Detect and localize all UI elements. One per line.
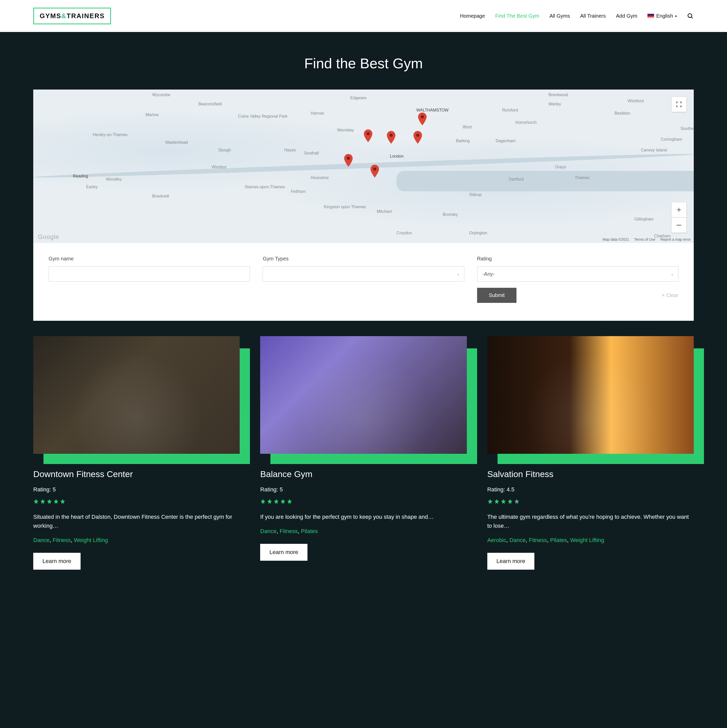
map-pin-icon[interactable] (418, 113, 427, 125)
report-link[interactable]: Report a map error (661, 237, 691, 242)
gym-tag[interactable]: Dance (260, 528, 277, 534)
language-selector[interactable]: English ▾ (647, 13, 677, 19)
map-place-label: Windsor (211, 165, 227, 169)
gym-card: Downtown Fitness Center Rating: 5 Situat… (33, 336, 240, 570)
nav-all-trainers[interactable]: All Trainers (580, 13, 606, 19)
map-place-label: Henley-on-Thames (93, 133, 127, 137)
submit-button[interactable]: Submit (477, 288, 516, 303)
svg-point-6 (347, 156, 350, 160)
learn-more-button[interactable]: Learn more (487, 553, 535, 570)
nav-find-best-gym[interactable]: Find The Best Gym (495, 13, 539, 19)
map-place-label: Southall (304, 151, 319, 156)
map-pin-icon[interactable] (387, 131, 396, 144)
terms-link[interactable]: Terms of Use (634, 237, 655, 242)
gym-tag[interactable]: Fitness (280, 528, 298, 534)
map-pin-icon[interactable] (413, 131, 422, 144)
logo[interactable]: GYMS&TRAINERS (33, 8, 111, 24)
map-place-label: Croydon (396, 231, 412, 236)
gym-tag[interactable]: Dance (33, 537, 50, 543)
map-place-label: Dagenham (496, 139, 516, 143)
logo-text-a: GYMS (40, 12, 61, 20)
gym-title[interactable]: Salvation Fitness (487, 469, 694, 479)
map[interactable]: EdgwareBrentwoodWickfordWarleyBeaconsfie… (33, 90, 694, 243)
map-place-label: Wembley (337, 128, 354, 133)
svg-point-0 (688, 14, 692, 17)
gym-title[interactable]: Downtown Fitness Center (33, 469, 240, 479)
map-pin-icon[interactable] (344, 154, 353, 167)
star-icon (494, 499, 500, 504)
map-place-label: Wickford (628, 99, 644, 103)
map-pin-icon[interactable] (370, 165, 380, 177)
gym-image[interactable] (33, 336, 240, 454)
gym-description: Situated in the heart of Dalston, Downto… (33, 512, 240, 530)
zoom-in-button[interactable]: + (671, 202, 687, 217)
gym-cards: Downtown Fitness Center Rating: 5 Situat… (0, 321, 727, 590)
clear-button[interactable]: × Clear (662, 292, 678, 298)
google-logo: Google (38, 233, 59, 240)
star-rating (487, 499, 694, 504)
gym-tag[interactable]: Dance (509, 537, 526, 543)
svg-point-3 (367, 132, 370, 135)
gym-description: The ultimate gym regardless of what you'… (487, 512, 694, 530)
star-icon (500, 499, 506, 504)
gym-name-input[interactable] (49, 266, 250, 281)
nav-all-gyms[interactable]: All Gyms (549, 13, 570, 19)
map-place-label: Thames (575, 176, 590, 180)
zoom-out-button[interactable]: − (671, 217, 687, 233)
star-half-icon (514, 499, 520, 504)
map-place-label: London (390, 154, 403, 159)
search-icon[interactable] (687, 13, 694, 20)
map-place-label: Kingston upon Thames (324, 205, 366, 209)
map-place-label: Ilford (462, 125, 472, 129)
gym-tag[interactable]: Weight Lifting (570, 537, 604, 543)
gym-description: If you are looking for the perfect gym t… (260, 512, 467, 521)
map-place-label: Earley (86, 185, 98, 189)
map-place-label: Hornchurch (516, 120, 537, 125)
map-place-label: Hayes (284, 148, 296, 153)
map-place-label: Reading (73, 174, 88, 179)
map-place-label: Dartford (509, 177, 523, 182)
rating-label: Rating (477, 256, 678, 262)
gym-title[interactable]: Balance Gym (260, 469, 467, 479)
map-place-label: Sidcup (469, 192, 482, 197)
rating-text: Rating: 5 (260, 486, 467, 493)
map-place-label: Marlow (145, 113, 159, 117)
map-place-label: Grays (555, 165, 566, 169)
gym-tag[interactable]: Pilates (301, 528, 318, 534)
gym-tag[interactable]: Pilates (550, 537, 567, 543)
rating-text: Rating: 4.5 (487, 486, 694, 493)
gym-tag[interactable]: Fitness (53, 537, 71, 543)
svg-point-2 (421, 115, 424, 118)
logo-text-b: TRAINERS (66, 12, 105, 20)
map-place-label: Beaconsfield (199, 102, 222, 106)
gym-tag[interactable]: Aerobic (487, 537, 507, 543)
rating-select[interactable]: -Any- (477, 266, 678, 281)
gym-tag[interactable]: Fitness (529, 537, 547, 543)
uk-flag-icon (647, 14, 654, 18)
map-data-text: Map data ©2021 (603, 237, 629, 242)
gym-types-label: Gym Types (263, 256, 464, 262)
gym-image[interactable] (260, 336, 467, 454)
map-place-label: Staines-upon-Thames (245, 185, 285, 189)
learn-more-button[interactable]: Learn more (33, 553, 81, 570)
map-place-label: Orpington (469, 231, 487, 236)
nav-homepage[interactable]: Homepage (460, 13, 485, 19)
chevron-down-icon: ▾ (675, 14, 677, 18)
learn-more-button[interactable]: Learn more (260, 544, 308, 561)
svg-point-7 (373, 167, 377, 171)
star-icon (287, 499, 292, 504)
nav-add-gym[interactable]: Add Gym (616, 13, 637, 19)
fullscreen-button[interactable] (671, 97, 687, 112)
gym-tag[interactable]: Weight Lifting (74, 537, 108, 543)
map-place-label: Bracknell (152, 194, 169, 199)
gym-name-label: Gym name (49, 256, 250, 262)
map-place-label: WALTHAMSTOW (416, 108, 449, 113)
gym-card: Balance Gym Rating: 5 If you are looking… (260, 336, 467, 570)
star-icon (40, 499, 46, 504)
map-pin-icon[interactable] (363, 129, 373, 142)
star-icon (47, 499, 52, 504)
gym-types-select[interactable] (263, 266, 464, 281)
gym-image[interactable] (487, 336, 694, 454)
rating-text: Rating: 5 (33, 486, 240, 493)
map-place-label: Edgware (350, 96, 366, 100)
